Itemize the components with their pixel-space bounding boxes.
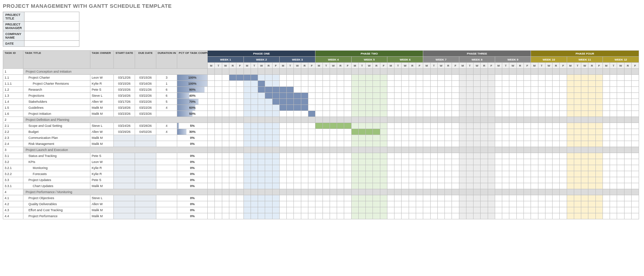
gantt-cell[interactable] [394, 75, 402, 81]
gantt-cell[interactable] [502, 195, 509, 201]
gantt-cell[interactable] [308, 105, 315, 111]
gantt-cell[interactable] [588, 99, 595, 105]
gantt-cell[interactable] [272, 135, 279, 141]
due-date[interactable]: 03/28/26 [135, 123, 156, 129]
gantt-cell[interactable] [387, 183, 394, 189]
task-title[interactable]: KPIs [23, 159, 90, 165]
gantt-cell[interactable] [236, 75, 243, 81]
duration[interactable] [156, 207, 177, 213]
gantt-cell[interactable] [236, 105, 243, 111]
gantt-cell[interactable] [258, 123, 265, 129]
gantt-cell[interactable] [287, 135, 294, 141]
gantt-cell[interactable] [481, 135, 488, 141]
gantt-cell[interactable] [344, 99, 351, 105]
gantt-cell[interactable] [222, 111, 229, 117]
gantt-cell[interactable] [632, 105, 639, 111]
gantt-cell[interactable] [488, 81, 495, 87]
gantt-cell[interactable] [502, 159, 509, 165]
gantt-cell[interactable] [358, 195, 365, 201]
gantt-cell[interactable] [394, 129, 402, 135]
gantt-cell[interactable] [366, 183, 373, 189]
gantt-cell[interactable] [294, 141, 301, 147]
duration[interactable] [156, 195, 177, 201]
gantt-cell[interactable] [574, 105, 581, 111]
gantt-cell[interactable] [437, 87, 444, 93]
gantt-cell[interactable] [323, 153, 330, 159]
task-title[interactable]: Project Objectives [23, 195, 90, 201]
task-owner[interactable]: Kylie R [90, 165, 114, 171]
gantt-cell[interactable] [560, 135, 567, 141]
pct-complete[interactable]: 0% [177, 165, 208, 171]
gantt-cell[interactable] [588, 129, 595, 135]
gantt-cell[interactable] [617, 177, 624, 183]
gantt-cell[interactable] [445, 105, 452, 111]
gantt-cell[interactable] [265, 141, 272, 147]
gantt-cell[interactable] [366, 165, 373, 171]
gantt-cell[interactable] [380, 201, 387, 207]
gantt-cell[interactable] [423, 153, 430, 159]
gantt-cell[interactable] [595, 75, 603, 81]
gantt-cell[interactable] [581, 123, 588, 129]
gantt-cell[interactable] [481, 87, 488, 93]
task-title[interactable]: Project Updates [23, 177, 90, 183]
gantt-cell[interactable] [308, 87, 315, 93]
gantt-cell[interactable] [632, 159, 639, 165]
gantt-cell[interactable] [402, 165, 409, 171]
gantt-cell[interactable] [581, 177, 588, 183]
gantt-cell[interactable] [474, 213, 481, 219]
gantt-cell[interactable] [531, 123, 538, 129]
gantt-cell[interactable] [481, 159, 488, 165]
gantt-cell[interactable] [294, 213, 301, 219]
gantt-cell[interactable] [243, 171, 251, 177]
gantt-cell[interactable] [222, 171, 229, 177]
gantt-cell[interactable] [380, 153, 387, 159]
gantt-cell[interactable] [394, 213, 402, 219]
gantt-cell[interactable] [603, 195, 610, 201]
gantt-cell[interactable] [538, 159, 545, 165]
due-date[interactable]: 03/15/26 [135, 75, 156, 81]
gantt-cell[interactable] [509, 141, 516, 147]
gantt-cell[interactable] [387, 177, 394, 183]
gantt-cell[interactable] [516, 213, 523, 219]
gantt-cell[interactable] [358, 105, 365, 111]
gantt-cell[interactable] [416, 207, 423, 213]
gantt-cell[interactable] [258, 81, 265, 87]
task-title[interactable]: Project Charter [23, 75, 90, 81]
gantt-cell[interactable] [624, 141, 631, 147]
gantt-cell[interactable] [272, 111, 279, 117]
gantt-cell[interactable] [344, 93, 351, 99]
gantt-cell[interactable] [445, 177, 452, 183]
gantt-cell[interactable] [553, 201, 560, 207]
gantt-cell[interactable] [243, 99, 251, 105]
gantt-cell[interactable] [222, 159, 229, 165]
gantt-cell[interactable] [603, 177, 610, 183]
gantt-cell[interactable] [588, 213, 595, 219]
gantt-cell[interactable] [394, 195, 402, 201]
gantt-cell[interactable] [380, 105, 387, 111]
pct-complete[interactable]: 0% [177, 171, 208, 177]
gantt-cell[interactable] [409, 201, 416, 207]
gantt-cell[interactable] [524, 129, 531, 135]
gantt-cell[interactable] [545, 165, 552, 171]
gantt-cell[interactable] [236, 123, 243, 129]
gantt-cell[interactable] [588, 177, 595, 183]
gantt-cell[interactable] [624, 123, 631, 129]
gantt-cell[interactable] [358, 135, 365, 141]
gantt-cell[interactable] [416, 159, 423, 165]
gantt-cell[interactable] [272, 105, 279, 111]
task-title[interactable]: Chart Updates [23, 183, 90, 189]
gantt-cell[interactable] [437, 177, 444, 183]
gantt-cell[interactable] [538, 111, 545, 117]
gantt-cell[interactable] [308, 201, 315, 207]
gantt-cell[interactable] [301, 213, 308, 219]
gantt-cell[interactable] [423, 123, 430, 129]
gantt-cell[interactable] [474, 201, 481, 207]
gantt-cell[interactable] [272, 153, 279, 159]
gantt-cell[interactable] [236, 207, 243, 213]
gantt-cell[interactable] [603, 87, 610, 93]
gantt-cell[interactable] [229, 87, 236, 93]
gantt-cell[interactable] [553, 141, 560, 147]
gantt-cell[interactable] [394, 99, 402, 105]
gantt-cell[interactable] [301, 153, 308, 159]
task-title[interactable]: Monitoring [23, 165, 90, 171]
